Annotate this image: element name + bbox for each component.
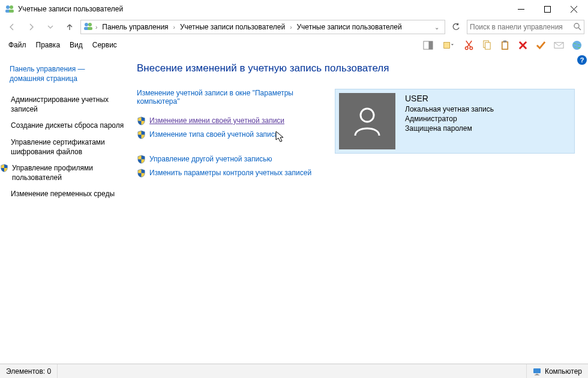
svg-rect-11 [88, 27, 92, 30]
up-button[interactable] [61, 19, 78, 35]
menu-edit[interactable]: Правка [31, 38, 65, 52]
svg-rect-15 [428, 41, 433, 49]
delete-button[interactable] [515, 37, 530, 53]
sidebar: Панель управления —домашняя страница Адм… [0, 62, 131, 364]
shield-icon [137, 116, 146, 125]
svg-rect-25 [503, 40, 506, 42]
svg-point-12 [574, 23, 579, 28]
svg-rect-16 [443, 42, 449, 48]
sidebar-item-env[interactable]: Изменение переменных среды [10, 187, 126, 204]
copy-button[interactable] [479, 37, 494, 53]
user-account-type: Локальная учетная запись [405, 104, 494, 114]
sidebar-item-reset-disk[interactable]: Создание дискеты сброса пароля [10, 119, 126, 136]
status-computer: Компьютер [527, 367, 588, 376]
breadcrumb-group2[interactable]: Учетные записи пользователей [294, 22, 404, 32]
menu-service[interactable]: Сервис [88, 38, 122, 52]
status-bar: Элементов: 0 Компьютер [0, 364, 588, 378]
svg-rect-33 [535, 374, 539, 375]
menu-view[interactable]: Вид [65, 38, 88, 52]
forward-button[interactable] [23, 19, 40, 35]
link-change-name[interactable]: Изменение имени своей учетной записи [137, 116, 317, 125]
mail-button[interactable] [551, 37, 566, 53]
breadcrumb-root[interactable]: Панель управления [100, 22, 170, 32]
svg-rect-3 [9, 10, 14, 13]
minimize-button[interactable] [508, 1, 534, 17]
breadcrumb-group1[interactable]: Учетные записи пользователей [178, 22, 287, 32]
sidebar-home[interactable]: Панель управления —домашняя страница [10, 62, 126, 88]
link-uac-settings[interactable]: Изменить параметры контроля учетных запи… [137, 169, 317, 178]
action-links: Изменение учетной записи в окне "Парамет… [137, 89, 317, 182]
address-bar-row: › Панель управления › Учетные записи пол… [0, 18, 588, 36]
help-icon[interactable]: ? [577, 55, 587, 65]
address-bar[interactable]: › Панель управления › Учетные записи пол… [80, 20, 445, 34]
svg-point-29 [572, 40, 581, 49]
svg-point-8 [85, 23, 88, 26]
addr-icon [83, 22, 93, 33]
user-info: USER Локальная учетная запись Администра… [405, 93, 494, 133]
page-heading: Внесение изменений в учетную запись поль… [137, 62, 582, 74]
content-area: Панель управления —домашняя страница Адм… [0, 54, 588, 364]
refresh-button[interactable] [448, 20, 464, 34]
svg-rect-31 [533, 368, 541, 373]
chevron-right-icon[interactable]: › [289, 24, 293, 31]
sidebar-item-certificates[interactable]: Управление сертификатами шифрования файл… [10, 136, 126, 161]
svg-point-0 [6, 5, 10, 9]
svg-point-1 [10, 5, 13, 9]
maximize-button[interactable] [534, 1, 560, 17]
svg-point-30 [361, 109, 374, 122]
user-protection: Защищена паролем [405, 124, 494, 133]
recent-dropdown[interactable] [42, 19, 59, 35]
apply-button[interactable] [533, 37, 548, 53]
menu-file[interactable]: Файл [4, 38, 31, 52]
shield-icon [137, 155, 146, 164]
user-name: USER [405, 93, 494, 104]
titlebar: Учетные записи пользователей [0, 0, 588, 18]
chevron-right-icon[interactable]: › [94, 24, 98, 31]
shield-icon [137, 130, 146, 139]
window-title: Учетные записи пользователей [18, 5, 508, 13]
sidebar-item-profiles[interactable]: Управление профилями пользователей [10, 161, 126, 187]
menu-bar: Файл Правка Вид Сервис ? [0, 36, 588, 54]
link-manage-other[interactable]: Управление другой учетной записью [137, 155, 317, 164]
shield-icon [137, 169, 146, 178]
view-options-button[interactable] [438, 37, 458, 53]
preview-pane-button[interactable] [420, 37, 436, 53]
svg-line-13 [578, 28, 581, 30]
svg-rect-32 [536, 374, 538, 375]
back-button[interactable] [4, 19, 20, 35]
globe-button[interactable] [569, 37, 584, 53]
svg-rect-22 [485, 42, 490, 49]
toolbar [420, 37, 584, 53]
cut-button[interactable] [461, 37, 476, 53]
svg-rect-24 [502, 42, 507, 48]
search-input[interactable] [470, 23, 573, 31]
paste-button[interactable] [497, 37, 512, 53]
chevron-right-icon[interactable]: › [172, 24, 176, 31]
address-dropdown[interactable]: ⌄ [431, 24, 442, 31]
sidebar-item-admin[interactable]: Администрирование учетных записей [10, 93, 126, 119]
link-change-type[interactable]: Изменение типа своей учетной записи [137, 130, 317, 139]
avatar [339, 93, 395, 149]
app-icon [5, 4, 14, 14]
user-card: USER Локальная учетная запись Администра… [335, 89, 575, 154]
shield-icon [0, 164, 8, 172]
main-panel: Внесение изменений в учетную запись поль… [131, 62, 588, 364]
user-role: Администратор [405, 114, 494, 124]
search-box[interactable] [467, 20, 584, 34]
link-change-in-settings[interactable]: Изменение учетной записи в окне "Парамет… [137, 89, 317, 106]
close-button[interactable] [560, 1, 587, 17]
svg-rect-5 [544, 6, 550, 12]
svg-point-9 [88, 23, 92, 26]
search-icon[interactable] [573, 22, 581, 32]
status-elements: Элементов: 0 [0, 364, 58, 378]
